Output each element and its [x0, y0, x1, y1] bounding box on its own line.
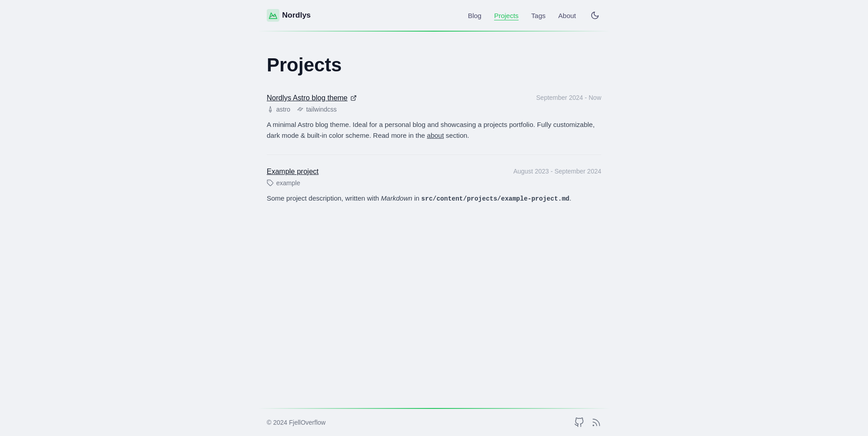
main-content: Projects Nordlys Astro blog theme Septem…	[267, 32, 601, 408]
site-footer: © 2024 FjellOverflow	[0, 408, 868, 436]
about-link[interactable]: about	[427, 131, 444, 139]
logo-text: Nordlys	[282, 11, 311, 20]
nav-about[interactable]: About	[558, 12, 576, 19]
svg-point-2	[270, 111, 271, 113]
project-tags: example	[267, 179, 601, 187]
footer-copyright: © 2024 FjellOverflow	[267, 419, 326, 426]
nav-projects[interactable]: Projects	[494, 12, 519, 19]
site-logo[interactable]: Nordlys	[267, 9, 311, 22]
tag-name: astro	[276, 106, 290, 113]
project-header: Example project August 2023 - September …	[267, 168, 601, 176]
project-title: Example project	[267, 168, 319, 176]
tag-item: tailwindcss	[297, 106, 337, 113]
rss-link[interactable]	[591, 417, 601, 427]
project-header: Nordlys Astro blog theme September 2024 …	[267, 94, 601, 102]
rss-icon	[591, 417, 601, 427]
moon-icon	[590, 11, 599, 20]
tag-name: example	[276, 179, 300, 187]
tailwind-icon	[297, 106, 304, 113]
tag-item: astro	[267, 106, 290, 113]
project-item: Nordlys Astro blog theme September 2024 …	[267, 94, 601, 141]
nav-blog[interactable]: Blog	[468, 12, 481, 19]
page-title: Projects	[267, 54, 601, 76]
project-date: August 2023 - September 2024	[513, 168, 601, 175]
footer-icons	[574, 417, 601, 427]
main-nav: Blog Projects Tags About	[468, 9, 601, 22]
dark-mode-toggle[interactable]	[589, 9, 601, 22]
project-title: Nordlys Astro blog theme	[267, 94, 348, 102]
logo-icon	[267, 9, 279, 22]
tag-icon	[267, 179, 274, 187]
project-divider	[267, 155, 601, 155]
project-tags: astro tailwindcss	[267, 106, 601, 113]
github-icon	[574, 417, 584, 427]
project-item: Example project August 2023 - September …	[267, 168, 601, 204]
astro-icon	[267, 106, 274, 113]
project-date: September 2024 - Now	[536, 94, 601, 101]
nav-tags[interactable]: Tags	[531, 12, 546, 19]
svg-point-4	[593, 425, 594, 426]
external-link-icon	[350, 95, 357, 101]
project-description: Some project description, written with M…	[267, 193, 601, 204]
tag-item: example	[267, 179, 300, 187]
project-description: A minimal Astro blog theme. Ideal for a …	[267, 119, 601, 141]
tag-name: tailwindcss	[306, 106, 337, 113]
project-title-link[interactable]: Nordlys Astro blog theme	[267, 94, 357, 102]
svg-line-1	[353, 96, 356, 98]
github-link[interactable]	[574, 417, 584, 427]
